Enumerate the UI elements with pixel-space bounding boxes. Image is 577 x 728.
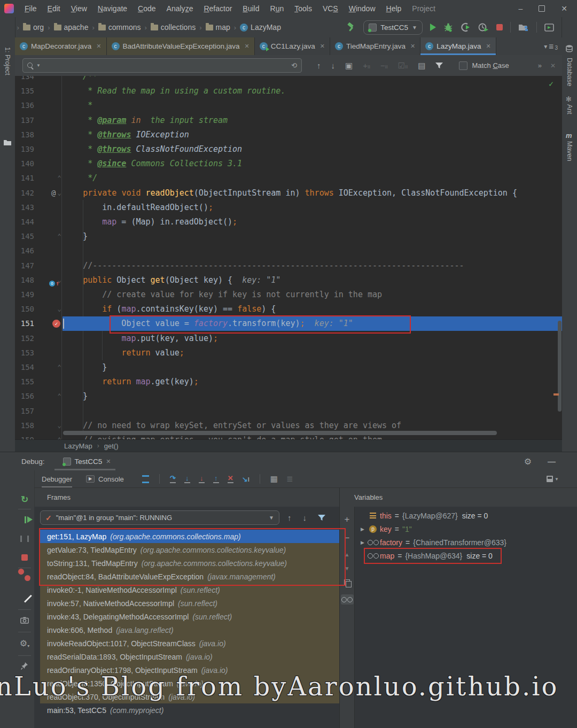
menu-item-project[interactable]: Project xyxy=(407,4,441,13)
frame-row[interactable]: invokeReadObject:1017, ObjectStreamClass… xyxy=(40,637,339,650)
search-input[interactable] xyxy=(43,61,288,70)
debug-bug-button[interactable] xyxy=(443,22,453,32)
code-line[interactable]: 152 map.put(key, value); xyxy=(15,331,562,346)
settings-gear-icon[interactable]: ⚙ xyxy=(524,456,532,467)
fold-start-icon[interactable]: ⌄ xyxy=(56,302,63,316)
maximize-window-icon[interactable] xyxy=(539,5,545,12)
breakpoint-icon[interactable]: ✓ xyxy=(52,320,60,328)
rerun-button[interactable]: ↻ xyxy=(21,494,28,505)
previous-occurrence-icon[interactable]: ↑ xyxy=(317,61,321,70)
fold-end-icon[interactable]: ⌃ xyxy=(56,229,63,244)
fold-end-icon[interactable]: ⌃ xyxy=(56,171,63,185)
code-line[interactable]: 157 xyxy=(15,404,562,419)
maven-tool-button[interactable]: Maven xyxy=(566,141,573,161)
breadcrumb-method[interactable]: get() xyxy=(104,442,119,450)
breadcrumb-item-lazymap[interactable]: cLazyMap xyxy=(239,23,282,32)
hide-library-frames-icon[interactable] xyxy=(318,515,325,521)
code-line[interactable]: 147 //----------------------------------… xyxy=(15,259,562,274)
breadcrumb-item-map[interactable]: map xyxy=(205,23,231,32)
tab-badattributevalueexpexception-java[interactable]: cBadAttributeValueExpException.java✕ xyxy=(107,37,255,55)
close-window-icon[interactable]: ✕ xyxy=(561,4,567,13)
match-case-option[interactable]: Match Case xyxy=(459,61,509,70)
step-out-icon[interactable]: ↑ xyxy=(213,475,219,483)
run-with-coverage-button[interactable] xyxy=(461,22,471,32)
tab-cc1lazy-java[interactable]: cCC1Lazy.java✕ xyxy=(255,37,330,55)
fold-end-icon[interactable]: ⌃ xyxy=(56,433,63,439)
editor-horizontal-scrollbar[interactable] xyxy=(63,431,497,435)
tab-lazymap-java[interactable]: cLazyMap.java✕ xyxy=(420,37,496,55)
frame-row[interactable]: invoke:57, NativeMethodAccessorImpl(sun.… xyxy=(40,597,339,610)
search-options-icon[interactable]: ▤ xyxy=(418,61,425,71)
menu-item-view[interactable]: View xyxy=(66,4,92,13)
tab-debugger[interactable]: Debugger xyxy=(42,470,72,487)
thread-selector[interactable]: ✓ "main"@1 in group "main": RUNNING ▼ xyxy=(40,510,279,525)
frame-row[interactable]: main:53, TestCC5(com.myproject) xyxy=(40,703,339,717)
breadcrumb-item-collections[interactable]: collections xyxy=(150,23,197,32)
pin-button[interactable] xyxy=(21,662,28,670)
hidden-tabs-button[interactable]: ▾ ≣ 3 xyxy=(540,37,562,55)
menu-item-navigate[interactable]: Navigate xyxy=(92,4,132,13)
ant-tool-button[interactable]: Ant xyxy=(566,104,573,114)
code-line[interactable]: 153 return value; xyxy=(15,346,562,361)
menu-item-analyze[interactable]: Analyze xyxy=(161,4,199,13)
code-line[interactable]: 146 xyxy=(15,244,562,259)
show-execution-point-icon[interactable] xyxy=(142,475,149,483)
code-line[interactable]: 148o↑⌄ public Object get(Object key) { k… xyxy=(15,273,562,288)
code-line[interactable]: 142@⌄ private void readObject(ObjectInpu… xyxy=(15,186,562,201)
breadcrumb-item-org[interactable]: org xyxy=(22,23,45,32)
evaluate-expression-icon[interactable]: ▦ xyxy=(270,474,278,484)
variable-row[interactable]: this={LazyMap@627}size = 0 xyxy=(358,509,577,522)
code-line[interactable]: 134 /** xyxy=(15,76,562,84)
step-into-icon[interactable]: ↓ xyxy=(184,475,190,483)
tab-mapdecorator-java[interactable]: cMapDecorator.java✕ xyxy=(15,37,107,55)
run-button[interactable] xyxy=(430,24,436,31)
menu-item-file[interactable]: File xyxy=(19,4,42,13)
code-line[interactable]: 150⌄ if (map.containsKey(key) == false) … xyxy=(15,302,562,317)
code-line[interactable]: 140 * @since Commons Collections 3.1 xyxy=(15,157,562,172)
editor-vertical-scrollbar[interactable] xyxy=(558,321,562,412)
newline-icon[interactable]: ⟲ xyxy=(291,61,297,69)
close-find-icon[interactable]: ✕ xyxy=(550,62,556,69)
match-case-checkbox[interactable] xyxy=(459,61,467,70)
variable-row[interactable]: ▶pkey="1" xyxy=(358,522,577,536)
stop-button[interactable] xyxy=(21,554,28,561)
pause-program-button[interactable] xyxy=(20,536,29,542)
breadcrumb-class[interactable]: LazyMap xyxy=(64,442,92,450)
search-history-chevron-icon[interactable]: ▼ xyxy=(36,63,41,68)
code-line[interactable]: 143 in.defaultReadObject(); xyxy=(15,200,562,215)
fold-start-icon[interactable]: ⌄ xyxy=(56,273,63,288)
run-to-cursor-icon[interactable]: ↘I xyxy=(242,476,249,483)
code-line[interactable]: 136 * xyxy=(15,98,562,113)
trace-settings-icon[interactable]: ≣ xyxy=(286,474,293,484)
project-structure-button[interactable] xyxy=(518,23,529,32)
menu-item-help[interactable]: Help xyxy=(381,4,407,13)
filter-icon[interactable] xyxy=(435,63,443,69)
stop-button[interactable] xyxy=(496,24,503,30)
frame-row[interactable]: invoke:606, Method(java.lang.reflect) xyxy=(40,623,339,637)
check-selection-icon[interactable]: ☑II xyxy=(398,61,408,71)
menu-item-refactor[interactable]: Refactor xyxy=(198,4,237,13)
database-tool-button[interactable]: Database xyxy=(566,58,573,87)
run-configuration-select[interactable]: TestCC5 ▼ xyxy=(363,20,423,35)
show-watches-toggle[interactable] xyxy=(341,594,354,605)
code-line[interactable]: 144 map = (Map) in.readObject(); xyxy=(15,215,562,230)
close-icon[interactable]: ✕ xyxy=(320,43,325,50)
new-watch-icon[interactable]: + xyxy=(345,514,350,525)
minimize-window-icon[interactable]: – xyxy=(518,4,523,13)
debug-settings-gear-icon[interactable]: ⚙▾ xyxy=(20,638,29,648)
expand-arrow-icon[interactable]: ▶ xyxy=(358,540,367,545)
step-over-icon[interactable]: ↷ xyxy=(170,475,176,483)
profiler-button[interactable] xyxy=(478,22,489,32)
build-hammer-icon[interactable] xyxy=(346,22,356,32)
force-step-into-icon[interactable]: ↓ xyxy=(199,475,205,483)
code-editor[interactable]: 134 /**135 * Read the map in using a cus… xyxy=(15,76,562,439)
more-options-icon[interactable]: » xyxy=(538,61,542,69)
code-line[interactable]: 149 // create value for key if key is no… xyxy=(15,288,562,303)
close-icon[interactable]: ✕ xyxy=(410,43,415,50)
error-stripe-mark[interactable] xyxy=(553,393,559,396)
menu-item-window[interactable]: Window xyxy=(344,4,381,13)
code-line[interactable]: 151✓ Object value = factory.transform(ke… xyxy=(15,316,562,331)
close-icon[interactable]: ✕ xyxy=(96,43,101,50)
remove-selection-icon[interactable]: −II xyxy=(380,61,388,70)
run-dashboard-button[interactable] xyxy=(544,24,554,32)
